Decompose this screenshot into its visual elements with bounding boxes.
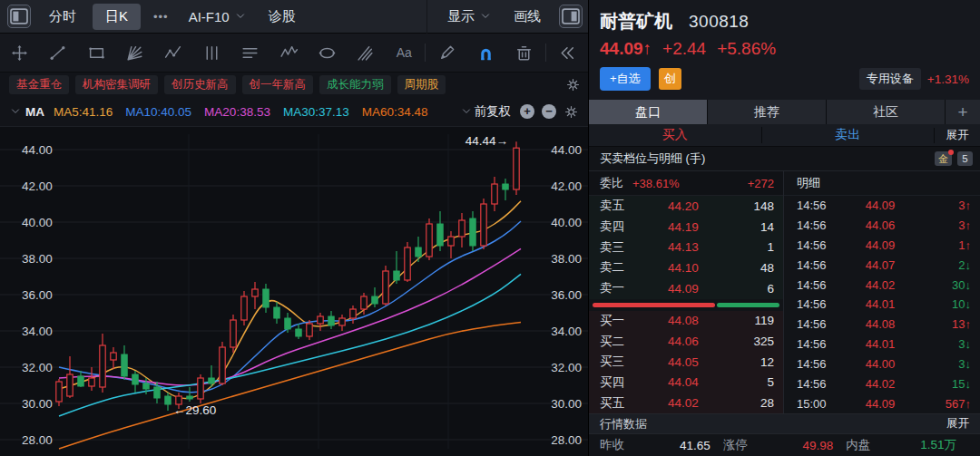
move-tool-icon[interactable] [0,34,38,73]
level-price: 44.08 [645,314,721,327]
candlestick-chart[interactable]: 44.0044.0042.0042.0040.0040.0038.0038.00… [0,127,588,456]
zoom-in-button[interactable]: + [520,104,534,119]
market-stat-label: 内盘 [846,437,870,453]
orderbook-level-row[interactable]: 卖四44.1914 [589,217,783,238]
collapse-tool-icon[interactable] [548,34,586,73]
more-periods-icon[interactable]: ••• [144,10,178,24]
tab-daily-k[interactable]: 日K [93,4,141,30]
orderbook-level-row[interactable]: 买二44.06325 [589,331,783,352]
level-volume: 12 [721,355,783,369]
ma-value-label: MA60:34.48 [362,105,428,119]
marker-pen-tool-icon[interactable] [427,34,466,73]
vertical-lines-tool-icon[interactable] [192,34,230,73]
level-price: 44.05 [645,355,721,369]
diagnose-button[interactable]: 诊股 [258,8,307,25]
orderbook-level-row[interactable]: 卖一44.096 [589,278,783,299]
level-volume: 119 [721,314,783,327]
svg-text:44.00: 44.00 [22,143,53,157]
display-menu[interactable]: 显示 [426,0,503,34]
add-tab-button[interactable]: + [946,100,980,124]
buy-tab[interactable]: 买入 [589,127,761,143]
parallel-lines-tool-icon[interactable] [230,34,269,73]
panel-tab-tuijian[interactable]: 推荐 [708,100,826,124]
level-volume: 28 [721,396,783,410]
trend-line-tool-icon[interactable] [38,34,76,73]
adjust-mode-label[interactable]: 前复权 [475,103,512,120]
trade-time: 14:56 [784,297,846,311]
ai-f10-menu[interactable]: AI-F10 [178,9,258,24]
market-data-title-row: 行情数据 展开 [589,413,980,434]
magnet-tool-icon[interactable] [466,34,505,73]
level-label: 买五 [589,395,645,412]
level-volume: 325 [721,335,783,348]
pitchfork-tool-icon[interactable] [347,34,385,73]
stock-tag[interactable]: 创一年新高 [242,75,314,94]
draw-line-button[interactable]: 画线 [503,8,552,25]
collapse-left-panel-icon[interactable] [7,5,31,28]
fan-lines-tool-icon[interactable] [115,34,153,73]
trade-price: 44.09 [846,397,915,411]
zoom-out-button[interactable]: − [542,104,556,119]
orderbook-body: 委比 +38.61% +272 卖五44.20148卖四44.1914卖三44.… [589,171,980,413]
stock-tag[interactable]: 创历史新高 [164,75,236,94]
orderbook-level-row[interactable]: 卖二44.1048 [589,257,783,278]
svg-text:28.00: 28.00 [551,433,582,447]
orderbook-level-row[interactable]: 卖五44.20148 [589,196,783,217]
panel-tab-pankou[interactable]: 盘口 [589,100,707,124]
stock-name: 耐普矿机 [600,9,672,34]
chart-pane: 分时 日K ••• AI-F10 诊股 显示 画线 Aa 基金重仓机构密集调研创… [0,0,588,456]
stock-tag[interactable]: 周期股 [397,75,446,94]
market-stat-value: 49.98 [803,439,834,452]
trade-time: 14:56 [784,199,846,212]
polyline-tool-icon[interactable] [154,34,192,73]
rect-tool-icon[interactable] [77,34,115,73]
svg-text:40.00: 40.00 [551,216,582,229]
orderbook-level-row[interactable]: 卖三44.131 [589,237,783,257]
sell-tab[interactable]: 卖出 [761,127,935,143]
stock-tag[interactable]: 成长能力弱 [319,75,391,94]
orderbook-level-row[interactable]: 买三44.0512 [589,352,783,373]
svg-text:←29.60: ←29.60 [173,403,216,417]
level-price: 44.09 [645,282,721,296]
trade-volume: 3↑ [915,199,980,212]
svg-text:34.00: 34.00 [551,325,582,338]
level-volume: 6 [721,282,783,296]
orderbook-level-row[interactable]: 买一44.08119 [589,311,783,332]
stock-tag[interactable]: 基金重仓 [9,75,69,94]
trade-time: 14:56 [784,238,846,252]
orderbook-level-row[interactable]: 买四44.045 [589,373,783,393]
market-stat: 内盘1.51万 [846,437,969,453]
trade-volume: 3↑ [915,218,980,232]
stock-tag[interactable]: 机构密集调研 [75,75,158,94]
chevron-down-icon[interactable] [9,105,22,118]
trade-price: 44.02 [846,278,915,292]
ellipse-tool-icon[interactable] [308,34,346,73]
trade-volume: 3↓ [915,357,980,371]
add-watchlist-button[interactable]: +自选 [600,67,651,91]
panel-tab-shequ[interactable]: 社区 [827,100,945,124]
svg-text:32.00: 32.00 [22,361,53,374]
market-stat-value: 1.51万 [920,437,956,453]
trash-tool-icon[interactable] [505,34,543,73]
indicator-bar: MA MA5:41.16MA10:40.05MA20:38.53MA30:37.… [0,97,588,127]
level-price: 44.20 [645,199,721,213]
trade-price: 44.01 [846,337,915,351]
tags-settings-gear-icon[interactable] [565,77,581,92]
level2-gold-badge[interactable]: 金 [935,151,952,166]
expand-orderbook-button[interactable]: 展开 [934,128,980,143]
text-tool-icon[interactable]: Aa [385,34,423,73]
five-level-badge[interactable]: 5 [957,151,973,166]
trade-price: 44.06 [846,218,915,232]
stock-app-window: 分时 日K ••• AI-F10 诊股 显示 画线 Aa 基金重仓机构密集调研创… [0,0,980,456]
chevron-down-icon [234,10,247,23]
orderbook-level-row[interactable]: 买五44.0228 [589,393,783,413]
indicator-settings-gear-icon[interactable] [564,104,579,120]
industry-chip[interactable]: 专用设备 [859,68,921,90]
tab-minute-chart[interactable]: 分时 [36,4,89,30]
wave-tool-icon[interactable] [270,34,308,73]
collapse-right-panel-icon[interactable] [559,5,583,28]
level-label: 卖一 [589,280,645,296]
toolbar-separator [545,44,546,62]
chevron-down-icon[interactable] [460,105,473,118]
expand-market-data-button[interactable]: 展开 [946,416,969,432]
